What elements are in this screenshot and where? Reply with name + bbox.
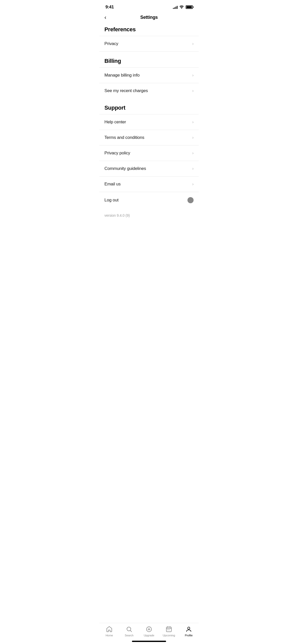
scroll-content: Preferences Privacy › Billing Manage bil… — [99, 24, 199, 245]
logout-dot — [187, 197, 194, 203]
billing-section: Billing Manage billing info › See my rec… — [99, 52, 199, 98]
privacy-item[interactable]: Privacy › — [99, 36, 199, 52]
terms-item[interactable]: Terms and conditions › — [99, 130, 199, 145]
recent-charges-label: See my recent charges — [104, 88, 148, 93]
status-icons — [173, 5, 194, 9]
status-time: 9:41 — [105, 5, 114, 10]
email-us-label: Email us — [104, 182, 121, 187]
manage-billing-chevron: › — [192, 73, 194, 78]
terms-chevron: › — [192, 135, 194, 140]
manage-billing-label: Manage billing info — [104, 73, 140, 78]
logout-label: Log out — [104, 198, 118, 203]
header: ‹ Settings — [99, 13, 199, 24]
recent-charges-item[interactable]: See my recent charges › — [99, 83, 199, 98]
community-guidelines-chevron: › — [192, 166, 194, 171]
privacy-label: Privacy — [104, 41, 118, 46]
signal-icon — [173, 5, 178, 9]
page-title: Settings — [140, 15, 158, 20]
status-bar: 9:41 — [99, 0, 199, 13]
help-center-label: Help center — [104, 120, 126, 125]
help-center-chevron: › — [192, 120, 194, 124]
email-us-chevron: › — [192, 182, 194, 186]
privacy-policy-label: Privacy policy — [104, 151, 130, 156]
preferences-heading: Preferences — [99, 24, 199, 36]
manage-billing-item[interactable]: Manage billing info › — [99, 67, 199, 83]
community-guidelines-label: Community guidelines — [104, 166, 146, 171]
help-center-item[interactable]: Help center › — [99, 114, 199, 130]
billing-heading: Billing — [99, 52, 199, 67]
back-button[interactable]: ‹ — [104, 14, 106, 21]
email-us-item[interactable]: Email us › — [99, 176, 199, 192]
privacy-chevron: › — [192, 41, 194, 46]
support-heading: Support — [99, 98, 199, 114]
privacy-policy-item[interactable]: Privacy policy › — [99, 145, 199, 161]
preferences-section: Preferences Privacy › — [99, 24, 199, 52]
wifi-icon — [179, 5, 184, 9]
community-guidelines-item[interactable]: Community guidelines › — [99, 161, 199, 176]
battery-icon — [186, 5, 194, 9]
version-text: version 9.4.0 (9) — [99, 208, 199, 223]
privacy-policy-chevron: › — [192, 151, 194, 155]
support-section: Support Help center › Terms and conditio… — [99, 98, 199, 192]
terms-label: Terms and conditions — [104, 135, 144, 140]
logout-item[interactable]: Log out — [99, 192, 199, 208]
recent-charges-chevron: › — [192, 89, 194, 93]
